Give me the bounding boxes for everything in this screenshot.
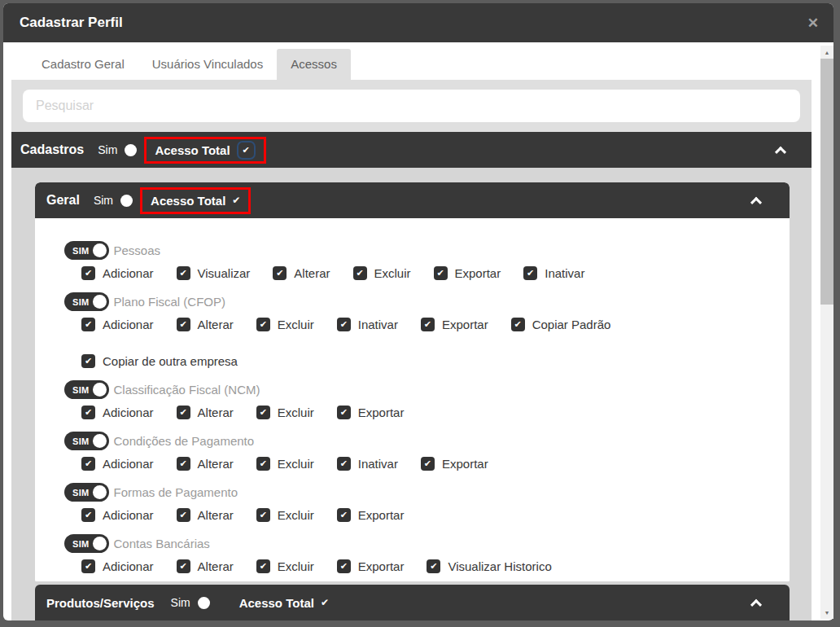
permission-label: Exportar	[358, 559, 405, 573]
checkbox-checked-icon[interactable]: ✔	[81, 318, 95, 331]
checkbox-checked-icon[interactable]: ✔	[337, 457, 351, 471]
permission-adicionar[interactable]: ✔ Adicionar	[81, 559, 154, 573]
tab-usuarios-vinculados[interactable]: Usuários Vinculados	[138, 49, 277, 80]
permission-label: Excluir	[278, 508, 314, 522]
permission-alterar[interactable]: ✔ Alterar	[177, 508, 234, 522]
group-label: Contas Bancárias	[113, 537, 209, 550]
permission-excluir[interactable]: ✔ Excluir	[256, 406, 314, 419]
checkbox-checked-icon[interactable]: ✔	[177, 318, 190, 331]
permission-copiar-padrao[interactable]: ✔ Copiar Padrão	[511, 318, 611, 331]
permission-excluir[interactable]: ✔ Excluir	[353, 266, 411, 280]
permission-adicionar[interactable]: ✔ Adicionar	[81, 457, 154, 471]
permission-visualizar-historico[interactable]: ✔ Visualizar Historico	[427, 559, 551, 573]
scroll-down-icon[interactable]: ▼	[820, 606, 833, 619]
search-input[interactable]	[23, 90, 800, 122]
checkbox-checked-icon[interactable]: ✔	[81, 266, 95, 280]
acesso-total-checkbox[interactable]: ✔	[232, 195, 240, 206]
vertical-scrollbar[interactable]: ▲ ▼	[820, 46, 833, 619]
checkbox-checked-icon[interactable]: ✔	[256, 508, 270, 522]
checkbox-checked-icon[interactable]: ✔	[273, 266, 287, 280]
sim-toggle-label: SIM	[72, 436, 89, 446]
tab-cadastro-geral[interactable]: Cadastro Geral	[28, 49, 138, 80]
sim-toggle[interactable]: SIM	[64, 483, 109, 502]
sim-toggle[interactable]	[120, 195, 133, 207]
permission-exportar[interactable]: ✔ Exportar	[434, 266, 501, 280]
permission-inativar[interactable]: ✔ Inativar	[523, 266, 584, 280]
checkbox-checked-icon[interactable]: ✔	[81, 354, 95, 368]
sim-toggle[interactable]: SIM	[64, 241, 109, 260]
checkbox-checked-icon[interactable]: ✔	[523, 266, 537, 280]
checkbox-checked-icon[interactable]: ✔	[434, 266, 448, 280]
checkbox-checked-icon[interactable]: ✔	[427, 559, 440, 573]
checkbox-checked-icon[interactable]: ✔	[421, 318, 435, 331]
checkbox-checked-icon[interactable]: ✔	[81, 457, 95, 471]
permission-alterar[interactable]: ✔ Alterar	[177, 457, 234, 471]
checkbox-checked-icon[interactable]: ✔	[81, 508, 95, 522]
permission-copiar-de-outra-empresa[interactable]: ✔ Copiar de outra empresa	[81, 354, 238, 368]
permission-alterar[interactable]: ✔ Alterar	[177, 406, 234, 419]
permission-adicionar[interactable]: ✔ Adicionar	[81, 406, 154, 419]
group-header: SIM Contas Bancárias	[64, 534, 790, 553]
permission-exportar[interactable]: ✔ Exportar	[337, 406, 405, 419]
scrollbar-thumb[interactable]	[820, 59, 833, 305]
sim-toggle[interactable]: SIM	[64, 380, 109, 399]
checkbox-checked-icon[interactable]: ✔	[81, 406, 95, 419]
toggle-knob	[93, 537, 107, 550]
section-title: Geral	[46, 193, 80, 208]
checkbox-checked-icon[interactable]: ✔	[337, 508, 351, 522]
sim-toggle[interactable]: SIM	[64, 432, 109, 450]
checkbox-checked-icon[interactable]: ✔	[177, 559, 190, 573]
group-label: Formas de Pagamento	[113, 485, 238, 499]
close-icon[interactable]: ✕	[807, 16, 819, 30]
toggle-knob	[93, 243, 107, 257]
chevron-up-icon[interactable]	[749, 193, 763, 208]
checkbox-checked-icon[interactable]: ✔	[511, 318, 525, 331]
permission-label: Adicionar	[103, 266, 154, 280]
checkbox-checked-icon[interactable]: ✔	[177, 266, 190, 280]
checkbox-checked-icon[interactable]: ✔	[177, 457, 190, 471]
checkbox-checked-icon[interactable]: ✔	[337, 406, 351, 419]
permission-exportar[interactable]: ✔ Exportar	[421, 457, 488, 471]
permission-label: Excluir	[278, 457, 314, 471]
permission-visualizar[interactable]: ✔ Visualizar	[177, 266, 251, 280]
permission-exportar[interactable]: ✔ Exportar	[337, 508, 405, 522]
checkbox-checked-icon[interactable]: ✔	[421, 457, 435, 471]
sim-toggle[interactable]	[125, 144, 137, 156]
permission-excluir[interactable]: ✔ Excluir	[256, 457, 314, 471]
sim-toggle[interactable]	[198, 597, 210, 609]
permission-adicionar[interactable]: ✔ Adicionar	[81, 318, 154, 331]
acesso-total-checkbox[interactable]: ✔	[321, 597, 329, 608]
checkbox-checked-icon[interactable]: ✔	[256, 406, 270, 419]
permission-inativar[interactable]: ✔ Inativar	[337, 457, 398, 471]
permission-exportar[interactable]: ✔ Exportar	[337, 559, 405, 573]
checkbox-checked-icon[interactable]: ✔	[256, 457, 270, 471]
chevron-up-icon[interactable]	[749, 595, 763, 610]
checkbox-checked-icon[interactable]: ✔	[256, 318, 270, 331]
scroll-up-icon[interactable]: ▲	[820, 46, 833, 59]
permission-excluir[interactable]: ✔ Excluir	[256, 508, 314, 522]
sim-toggle[interactable]: SIM	[64, 292, 109, 311]
permission-inativar[interactable]: ✔ Inativar	[337, 318, 398, 331]
checkbox-checked-icon[interactable]: ✔	[177, 508, 190, 522]
tab-label: Usuários Vinculados	[152, 57, 263, 71]
checkbox-checked-icon[interactable]: ✔	[337, 559, 351, 573]
sim-toggle[interactable]: SIM	[64, 534, 109, 553]
permission-adicionar[interactable]: ✔ Adicionar	[81, 266, 154, 280]
permission-exportar[interactable]: ✔ Exportar	[421, 318, 488, 331]
checkbox-checked-icon[interactable]: ✔	[353, 266, 367, 280]
tab-acessos[interactable]: Acessos	[277, 49, 351, 80]
checkbox-checked-icon[interactable]: ✔	[177, 406, 190, 419]
permission-alterar[interactable]: ✔ Alterar	[273, 266, 330, 280]
permission-label: Excluir	[374, 266, 411, 280]
permission-excluir[interactable]: ✔ Excluir	[256, 559, 314, 573]
checkbox-checked-icon[interactable]: ✔	[81, 559, 95, 573]
permission-label: Exportar	[442, 318, 488, 331]
permission-alterar[interactable]: ✔ Alterar	[177, 318, 234, 331]
checkbox-checked-icon[interactable]: ✔	[256, 559, 270, 573]
acesso-total-checkbox[interactable]: ✔	[237, 141, 256, 160]
permission-alterar[interactable]: ✔ Alterar	[177, 559, 234, 573]
permission-excluir[interactable]: ✔ Excluir	[256, 318, 314, 331]
chevron-up-icon[interactable]	[773, 142, 788, 157]
permission-adicionar[interactable]: ✔ Adicionar	[81, 508, 154, 522]
checkbox-checked-icon[interactable]: ✔	[337, 318, 351, 331]
